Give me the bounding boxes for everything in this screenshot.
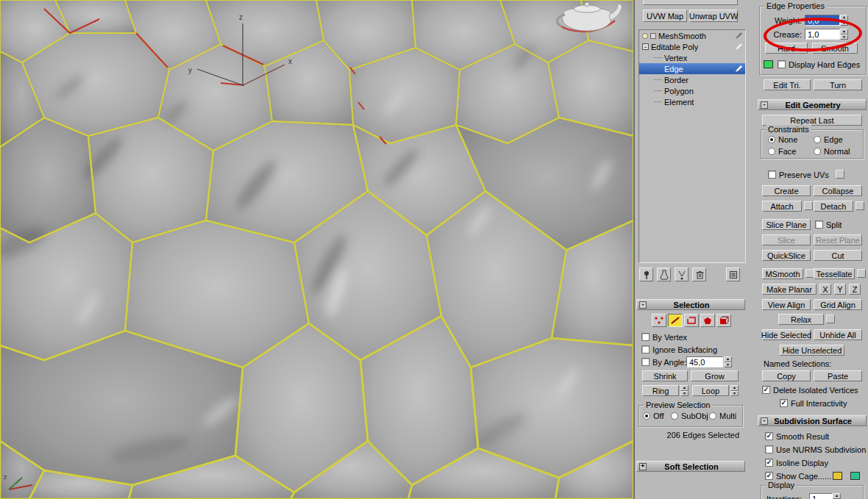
show-end-result-pen-icon[interactable] — [735, 32, 743, 40]
grow-button[interactable]: Grow — [691, 370, 739, 381]
stack-subitem-border[interactable]: Border — [639, 74, 745, 85]
paste-button[interactable]: Paste — [814, 370, 862, 381]
create-button[interactable]: Create — [762, 185, 811, 196]
shrink-button[interactable]: Shrink — [642, 370, 688, 381]
view-align-button[interactable]: View Align — [762, 299, 811, 310]
constraint-edge-radio[interactable] — [814, 136, 821, 143]
split-checkbox[interactable] — [815, 220, 823, 229]
relax-settings-button[interactable] — [826, 315, 835, 323]
full-interactivity-checkbox[interactable]: ✓ — [780, 399, 788, 407]
detach-settings-button[interactable] — [855, 201, 864, 210]
spin-up-icon[interactable]: ▲ — [680, 385, 689, 391]
display-hard-edges-checkbox[interactable] — [778, 60, 786, 68]
crease-spinner[interactable]: ▲ ▼ — [840, 29, 848, 40]
stack-subitem-element[interactable]: Element — [639, 96, 745, 107]
use-nurms-checkbox[interactable] — [765, 445, 773, 453]
preview-off-radio[interactable] — [643, 412, 650, 420]
constraint-face-radio[interactable] — [768, 148, 775, 155]
spin-up-icon[interactable]: ▲ — [840, 15, 848, 21]
by-angle-field[interactable]: 45,0 — [686, 356, 723, 367]
constraint-none-radio[interactable] — [768, 136, 775, 143]
slice-plane-button[interactable]: Slice Plane — [762, 219, 811, 230]
crease-field[interactable]: 1,0 — [805, 29, 840, 40]
repeat-last-button[interactable]: Repeat Last — [762, 115, 862, 126]
configure-modifier-sets-button[interactable] — [726, 268, 740, 281]
msmooth-button[interactable]: MSmooth — [762, 268, 803, 279]
planar-z-button[interactable]: Z — [849, 284, 861, 295]
planar-y-button[interactable]: Y — [834, 284, 846, 295]
grid-align-button[interactable]: Grid Align — [814, 299, 862, 310]
partial-top-button[interactable] — [643, 0, 738, 5]
weight-spinner[interactable]: ▲ ▼ — [840, 15, 848, 26]
spin-up-icon[interactable]: ▲ — [730, 385, 739, 391]
cut-button[interactable]: Cut — [814, 250, 862, 261]
expand-toggle-icon[interactable]: + — [639, 463, 647, 470]
spin-down-icon[interactable]: ▼ — [730, 391, 739, 397]
preview-multi-radio[interactable] — [709, 412, 716, 420]
tessellate-button[interactable]: Tessellate — [814, 268, 855, 279]
copy-button[interactable]: Copy — [762, 370, 811, 381]
viewport-3d[interactable]: z y x z — [0, 0, 633, 499]
smooth-button[interactable]: Smooth — [812, 43, 858, 54]
cage-selected-color-swatch[interactable] — [850, 472, 860, 480]
spin-up-icon[interactable]: ▲ — [840, 29, 848, 35]
loop-button[interactable]: Loop — [692, 385, 729, 396]
hide-selected-button[interactable]: Hide Selected — [762, 329, 811, 340]
subobject-vertex-button[interactable] — [652, 314, 666, 327]
hard-button[interactable]: Hard — [765, 43, 808, 54]
smooth-result-checkbox[interactable]: ✓ — [765, 432, 773, 440]
edit-tri-button[interactable]: Edit Tri. — [764, 79, 811, 90]
spin-up-icon[interactable]: ▲ — [833, 493, 841, 499]
spin-down-icon[interactable]: ▼ — [840, 21, 848, 26]
show-cage-checkbox[interactable]: ✓ — [765, 472, 773, 480]
constraint-normal-radio[interactable] — [814, 148, 821, 155]
subobject-border-button[interactable] — [684, 314, 699, 327]
unwrap-uvw-button[interactable]: Unwrap UVW — [689, 10, 738, 22]
subdivision-surface-rollout-header[interactable]: - Subdivision Surface — [758, 415, 867, 426]
collapse-toggle-icon[interactable]: - — [761, 417, 768, 425]
stack-subitem-polygon[interactable]: Polygon — [639, 85, 745, 96]
by-vertex-checkbox[interactable] — [641, 333, 650, 341]
collapse-tree-icon[interactable]: - — [642, 43, 649, 50]
unhide-all-button[interactable]: Unhide All — [814, 329, 862, 340]
preserve-uvs-checkbox[interactable] — [768, 170, 776, 179]
hide-unselected-button[interactable]: Hide Unselected — [780, 345, 844, 356]
spin-up-icon[interactable]: ▲ — [724, 356, 732, 362]
collapse-toggle-icon[interactable]: - — [761, 101, 768, 109]
isoline-display-checkbox[interactable]: ✓ — [765, 459, 773, 467]
cage-color-swatch[interactable] — [833, 472, 842, 480]
tessellate-settings-button[interactable] — [857, 269, 866, 278]
ring-spinner[interactable]: ▲ ▼ — [680, 385, 689, 396]
spin-down-icon[interactable]: ▼ — [840, 35, 848, 40]
uvw-map-button[interactable]: UVW Map — [643, 10, 687, 22]
spin-down-icon[interactable]: ▼ — [724, 362, 732, 368]
subobject-edge-button[interactable] — [668, 314, 683, 327]
stack-item-editable-poly[interactable]: - Editable Poly — [639, 41, 745, 52]
edit-geometry-rollout-header[interactable]: - Edit Geometry — [758, 99, 867, 110]
make-unique-button[interactable] — [675, 268, 689, 281]
detach-button[interactable]: Detach — [814, 201, 853, 212]
selection-rollout-header[interactable]: - Selection — [636, 299, 745, 310]
reset-plane-button[interactable]: Reset Plane — [814, 234, 862, 245]
make-planar-button[interactable]: Make Planar — [762, 284, 817, 295]
iterations-spinner[interactable]: ▲ ▼ — [833, 493, 841, 499]
collapse-button[interactable]: Collapse — [814, 185, 862, 196]
modifier-enable-bulb-icon[interactable] — [642, 33, 648, 39]
soft-selection-rollout-header[interactable]: + Soft Selection — [636, 461, 745, 472]
relax-button[interactable]: Relax — [778, 314, 824, 325]
weight-field[interactable]: 0,0 — [805, 15, 840, 26]
iterations-field[interactable]: 1 — [809, 493, 833, 499]
subobject-element-button[interactable] — [716, 314, 731, 327]
by-angle-spinner[interactable]: ▲ ▼ — [724, 356, 732, 367]
by-angle-checkbox[interactable] — [641, 358, 650, 366]
spin-down-icon[interactable]: ▼ — [680, 391, 689, 397]
attach-settings-button[interactable] — [804, 201, 813, 210]
slice-button[interactable]: Slice — [762, 234, 811, 245]
stack-subitem-vertex[interactable]: Vertex — [639, 52, 745, 63]
preview-subobj-radio[interactable] — [671, 412, 678, 420]
remove-modifier-button[interactable] — [692, 268, 706, 281]
hard-edge-color-swatch[interactable] — [764, 60, 773, 68]
ring-button[interactable]: Ring — [642, 385, 679, 396]
show-end-result-button[interactable] — [657, 268, 671, 281]
turn-button[interactable]: Turn — [814, 79, 862, 90]
